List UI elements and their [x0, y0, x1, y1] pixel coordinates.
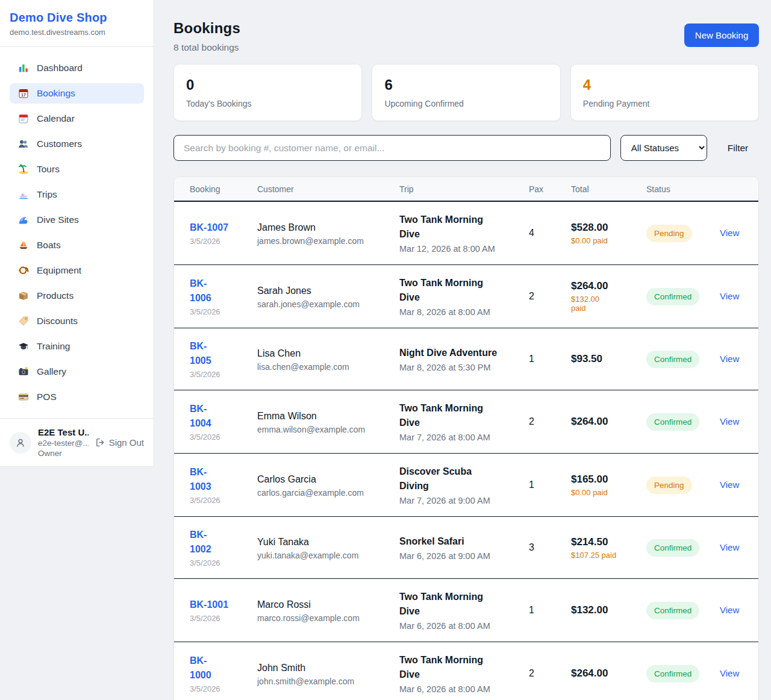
- customer-name: John Smith: [257, 661, 391, 675]
- customer-email: john.smith@example.com: [257, 677, 391, 686]
- sidebar-item-label: Dashboard: [37, 63, 83, 73]
- sidebar-item-boats[interactable]: Boats: [10, 235, 144, 255]
- sidebar-item-gallery[interactable]: Gallery: [10, 361, 144, 382]
- customer-name: Lisa Chen: [257, 347, 391, 360]
- sign-out-button[interactable]: Sign Out: [95, 437, 144, 448]
- pax-value: 1: [529, 480, 571, 490]
- table-body: BK-1007 3/5/2026 James Brown james.brown…: [174, 202, 758, 700]
- stats-row: 0 Today's Bookings 6 Upcoming Confirmed …: [173, 64, 759, 121]
- status-badge: Confirmed: [646, 288, 699, 305]
- sidebar-item-label: Training: [37, 341, 70, 352]
- view-link[interactable]: View: [720, 542, 739, 552]
- app: Demo Dive Shop demo.test.divestreams.com…: [0, 0, 771, 700]
- booking-link[interactable]: BK- 1000: [190, 654, 249, 683]
- booking-link[interactable]: BK- 1005: [190, 339, 249, 368]
- people-icon: [18, 139, 29, 149]
- sidebar-item-label: Bookings: [37, 88, 75, 99]
- booking-link[interactable]: BK-1007: [190, 220, 249, 235]
- trip-name: Two Tank Morning Dive: [399, 213, 520, 242]
- booking-date: 3/5/2026: [190, 370, 249, 379]
- booking-date: 3/5/2026: [190, 684, 249, 693]
- booking-link[interactable]: BK- 1003: [190, 465, 249, 494]
- trip-datetime: Mar 6, 2026 at 9:00 AM: [399, 551, 520, 561]
- stat-card: 6 Upcoming Confirmed: [372, 64, 560, 121]
- customer-name: Carlos Garcia: [257, 473, 391, 486]
- table-row: BK- 1004 3/5/2026 Emma Wilson emma.wilso…: [174, 390, 758, 454]
- booking-link[interactable]: BK- 1004: [190, 402, 249, 431]
- sidebar-item-label: Dive Sites: [37, 214, 79, 225]
- brand-name: Demo Dive Shop: [10, 11, 144, 25]
- pax-value: 2: [529, 416, 571, 427]
- user-name: E2E Test U...: [38, 427, 89, 437]
- view-link[interactable]: View: [720, 480, 739, 490]
- sidebar-item-discounts[interactable]: Discounts: [10, 311, 144, 331]
- sidebar-item-bookings[interactable]: 17 Bookings: [10, 83, 144, 104]
- calendar-17-icon: 17: [18, 88, 29, 99]
- view-link[interactable]: View: [720, 228, 739, 238]
- col-header-customer: Customer: [257, 184, 399, 194]
- booking-link[interactable]: BK- 1002: [190, 528, 249, 557]
- user-panel: E2E Test U... e2e-tester@... Owner Sign …: [0, 418, 154, 466]
- package-icon: [18, 290, 29, 301]
- sidebar-item-equipment[interactable]: Equipment: [10, 260, 144, 281]
- table-row: BK- 1006 3/5/2026 Sarah Jones sarah.jone…: [174, 265, 758, 328]
- sidebar-item-trips[interactable]: Trips: [10, 184, 144, 205]
- sidebar-item-label: Boats: [37, 240, 61, 251]
- trip-datetime: Mar 6, 2026 at 8:00 AM: [399, 684, 520, 694]
- sidebar-item-calendar[interactable]: Calendar: [10, 108, 144, 129]
- sidebar-item-dive-sites[interactable]: Dive Sites: [10, 210, 144, 230]
- customer-name: Emma Wilson: [257, 410, 391, 423]
- bar-chart-icon: [18, 63, 29, 73]
- customer-email: carlos.garcia@example.com: [257, 488, 391, 498]
- pax-value: 1: [529, 354, 571, 364]
- view-link[interactable]: View: [720, 291, 739, 301]
- trip-name: Discover Scuba Diving: [399, 464, 520, 493]
- status-badge: Confirmed: [646, 602, 699, 619]
- sidebar-item-pos[interactable]: POS: [10, 387, 144, 407]
- view-link[interactable]: View: [720, 416, 739, 427]
- sidebar-item-dashboard[interactable]: Dashboard: [10, 58, 144, 78]
- user-role: Owner: [38, 449, 89, 458]
- sidebar-item-products[interactable]: Products: [10, 286, 144, 306]
- trip-datetime: Mar 6, 2026 at 8:00 AM: [399, 621, 520, 631]
- stat-label: Upcoming Confirmed: [384, 99, 548, 108]
- sidebar-item-customers[interactable]: Customers: [10, 134, 144, 154]
- trip-name: Night Dive Adventure: [399, 346, 520, 360]
- credit-card-icon: [18, 392, 29, 402]
- new-booking-button[interactable]: New Booking: [684, 23, 759, 47]
- sidebar-item-tours[interactable]: Tours: [10, 159, 144, 180]
- booking-link[interactable]: BK- 1006: [190, 277, 249, 305]
- trip-datetime: Mar 8, 2026 at 5:30 PM: [399, 363, 520, 372]
- brand-domain: demo.test.divestreams.com: [10, 28, 144, 37]
- col-header-status: Status: [646, 184, 720, 194]
- pax-value: 3: [529, 542, 571, 553]
- sidebar-item-training[interactable]: Training: [10, 336, 144, 357]
- table-row: BK- 1005 3/5/2026 Lisa Chen lisa.chen@ex…: [174, 328, 758, 390]
- customer-name: Yuki Tanaka: [257, 536, 391, 549]
- search-input[interactable]: [173, 135, 611, 161]
- view-link[interactable]: View: [720, 605, 739, 615]
- view-link[interactable]: View: [720, 668, 739, 678]
- trip-datetime: Mar 12, 2026 at 8:00 AM: [399, 244, 520, 254]
- customer-name: Sarah Jones: [257, 284, 391, 298]
- view-link[interactable]: View: [720, 354, 739, 364]
- brand: Demo Dive Shop demo.test.divestreams.com: [0, 0, 154, 47]
- booking-date: 3/5/2026: [190, 496, 249, 505]
- table-row: BK-1001 3/5/2026 Marco Rossi marco.rossi…: [174, 579, 758, 642]
- sign-out-label: Sign Out: [109, 437, 144, 448]
- island-icon: [18, 164, 29, 175]
- trip-name: Snorkel Safari: [399, 534, 520, 549]
- status-filter-select[interactable]: All Statuses: [620, 135, 707, 161]
- booking-date: 3/5/2026: [190, 237, 249, 246]
- tag-icon: [18, 316, 29, 327]
- filter-button[interactable]: Filter: [717, 138, 759, 158]
- booking-link[interactable]: BK-1001: [190, 598, 249, 612]
- booking-date: 3/5/2026: [190, 433, 249, 442]
- trip-datetime: Mar 7, 2026 at 8:00 AM: [399, 433, 520, 442]
- col-header-pax: Pax: [529, 184, 571, 194]
- trip-name: Two Tank Morning Dive: [399, 590, 520, 619]
- customer-email: lisa.chen@example.com: [257, 362, 391, 372]
- total-value: $528.00: [571, 222, 638, 234]
- user-info: E2E Test U... e2e-tester@... Owner: [38, 427, 89, 458]
- table-row: BK-1007 3/5/2026 James Brown james.brown…: [174, 202, 758, 265]
